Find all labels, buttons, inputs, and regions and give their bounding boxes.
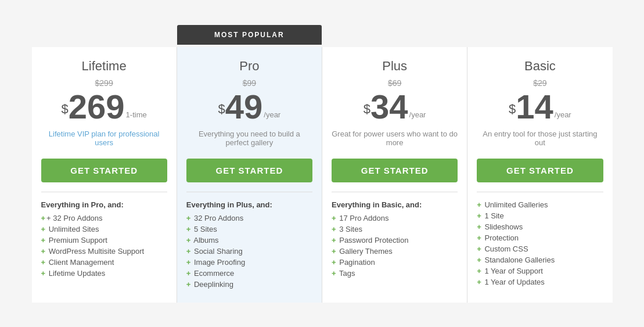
plan-lifetime: Lifetime $299 $ 269 1-time Lifetime VIP … xyxy=(32,47,177,303)
cta-plus[interactable]: GET STARTED xyxy=(332,159,458,182)
feature-pro-5: + Ecommerce xyxy=(186,269,312,278)
plan-basic: Basic $29 $ 14 /year An entry tool for t… xyxy=(467,47,612,303)
features-title-pro: Everything in Plus, and: xyxy=(186,200,312,209)
feature-lifetime-1: + Unlimited Sites xyxy=(41,225,167,233)
price-period-basic: /year xyxy=(555,110,571,119)
divider-plus xyxy=(332,192,458,192)
price-row-basic: $ 14 /year xyxy=(477,90,603,124)
price-amount-plus: 34 xyxy=(370,90,408,124)
original-price-pro: $99 xyxy=(186,78,312,88)
feature-basic-7: + 1 Year of Updates xyxy=(477,278,603,286)
feature-lifetime-2: + Premium Support xyxy=(41,236,167,245)
price-dollar-pro: $ xyxy=(218,102,225,117)
original-price-lifetime: $299 xyxy=(41,78,167,88)
divider-basic xyxy=(477,192,603,192)
price-amount-basic: 14 xyxy=(516,90,553,124)
price-row-pro: $ 49 /year xyxy=(186,90,312,124)
feature-basic-2: + Slideshows xyxy=(477,222,603,231)
feature-basic-0: + Unlimited Galleries xyxy=(477,200,603,209)
plan-plus: Plus $69 $ 34 /year Great for power user… xyxy=(322,47,467,303)
original-price-plus: $69 xyxy=(332,78,458,88)
divider-pro xyxy=(186,192,312,192)
feature-basic-4: + Custom CSS xyxy=(477,245,603,253)
feature-pro-4: + Image Proofing xyxy=(186,258,312,267)
feature-lifetime-4: + Client Management xyxy=(41,258,167,267)
plan-desc-pro: Everything you need to build a perfect g… xyxy=(186,130,312,150)
plan-desc-plus: Great for power users who want to do mor… xyxy=(332,130,458,150)
feature-pro-6: + Deeplinking xyxy=(186,280,312,289)
feature-lifetime-0: ++ 32 Pro Addons xyxy=(41,214,167,222)
plan-desc-basic: An entry tool for those just starting ou… xyxy=(477,130,603,150)
feature-basic-1: + 1 Site xyxy=(477,211,603,220)
feature-lifetime-5: + Lifetime Updates xyxy=(41,269,167,278)
plan-name-pro: Pro xyxy=(186,59,312,74)
most-popular-badge: MOST POPULAR xyxy=(177,25,322,45)
feature-pro-1: + 5 Sites xyxy=(186,225,312,233)
price-dollar-lifetime: $ xyxy=(62,102,69,117)
price-amount-lifetime: 269 xyxy=(69,90,125,124)
plan-pro: MOST POPULAR Pro $99 $ 49 /year Everythi… xyxy=(177,47,322,303)
original-price-basic: $29 xyxy=(477,78,603,88)
feature-plus-3: + Gallery Themes xyxy=(332,247,458,256)
feature-pro-0: + 32 Pro Addons xyxy=(186,214,312,222)
plan-name-lifetime: Lifetime xyxy=(41,59,167,74)
feature-plus-2: + Password Protection xyxy=(332,236,458,245)
feature-plus-5: + Tags xyxy=(332,269,458,278)
feature-plus-4: + Pagination xyxy=(332,258,458,267)
feature-basic-5: + Standalone Galleries xyxy=(477,256,603,264)
price-period-lifetime: 1-time xyxy=(126,110,147,119)
price-dollar-plus: $ xyxy=(364,102,370,117)
price-period-pro: /year xyxy=(264,110,280,119)
feature-plus-1: + 3 Sites xyxy=(332,225,458,233)
price-row-lifetime: $ 269 1-time xyxy=(41,90,167,124)
feature-pro-3: + Social Sharing xyxy=(186,247,312,256)
feature-pro-2: + Albums xyxy=(186,236,312,245)
feature-basic-3: + Protection xyxy=(477,233,603,242)
feature-plus-0: + 17 Pro Addons xyxy=(332,214,458,222)
price-amount-pro: 49 xyxy=(225,90,263,124)
pricing-section: Lifetime $299 $ 269 1-time Lifetime VIP … xyxy=(32,25,613,303)
cta-basic[interactable]: GET STARTED xyxy=(477,159,603,182)
features-title-plus: Everything in Basic, and: xyxy=(332,200,458,209)
plan-name-basic: Basic xyxy=(477,59,603,74)
cta-lifetime[interactable]: GET STARTED xyxy=(41,159,167,182)
price-dollar-basic: $ xyxy=(509,102,516,117)
features-title-lifetime: Everything in Pro, and: xyxy=(41,200,167,209)
feature-lifetime-3: + WordPress Multisite Support xyxy=(41,247,167,256)
feature-basic-6: + 1 Year of Support xyxy=(477,267,603,275)
cta-pro[interactable]: GET STARTED xyxy=(186,159,312,182)
price-period-plus: /year xyxy=(409,110,426,119)
plan-desc-lifetime: Lifetime VIP plan for professional users xyxy=(41,130,167,150)
divider-lifetime xyxy=(41,192,167,192)
plan-name-plus: Plus xyxy=(332,59,458,74)
price-row-plus: $ 34 /year xyxy=(332,90,458,124)
